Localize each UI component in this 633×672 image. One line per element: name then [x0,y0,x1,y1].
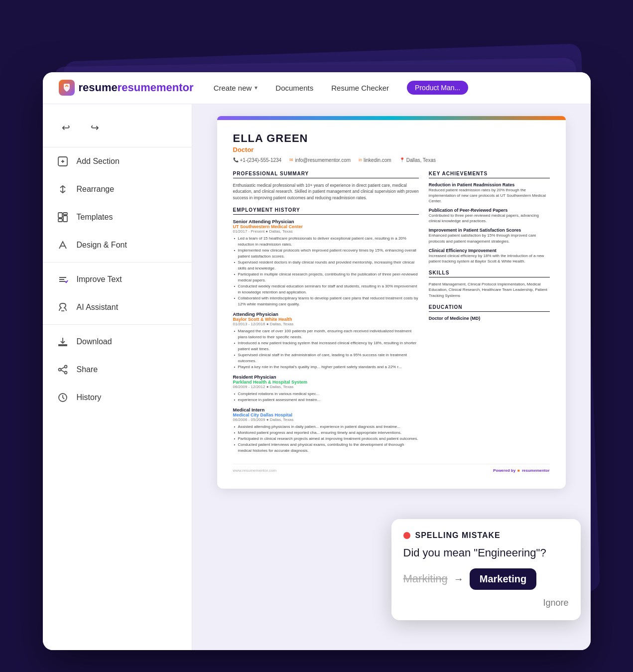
resume-achievement-3: Improvement in Patient Satisfaction Scor… [429,228,550,244]
sidebar-item-history[interactable]: History [43,384,192,411]
resume-job-1-company: UT Southwestern Medical Center [233,224,419,229]
sidebar-item-ai-assistant[interactable]: AI Assistant [43,293,192,321]
redo-button[interactable]: ↪ [86,118,105,137]
sidebar-divider-1 [43,262,192,263]
design-font-icon [57,239,69,251]
resume-job-1-bullet-3: Supervised resident doctors in daily cli… [233,260,419,271]
spelling-correction-row: Markiting → Marketing [403,568,569,590]
logo[interactable]: resumeresumementor [59,80,194,96]
add-section-label: Add Section [77,157,120,166]
resume-job-1-dates: 01/2017 - Present ● Dallas, Texas [233,229,419,234]
resume-job-4-bullet-2: Monitored patient progress and reported … [233,430,419,436]
spelling-popup-question: Did you mean "Engineering"? [403,546,569,560]
nav-documents[interactable]: Documents [275,84,313,92]
sidebar-item-add-section[interactable]: Add Section [43,147,192,175]
improve-text-icon [57,273,69,285]
resume-employment-title: EMPLOYMENT HISTORY [233,207,419,215]
sidebar-item-improve-text[interactable]: Improve Text [43,266,192,293]
location-icon: 📍 [399,157,405,162]
nav-create-new[interactable]: Create new ▾ [214,84,258,92]
resume-job-1: Senior Attending Physician UT Southweste… [233,219,419,307]
sidebar-item-share[interactable]: Share [43,356,192,384]
resume-job-1-bullet-5: Conducted weekly medical education semin… [233,283,419,295]
main-content: ↩ ↪ Add Section [43,104,591,650]
resume-body: PROFESSIONAL SUMMARY Enthusiastic medica… [233,171,550,454]
resume-right-column: KEY ACHIEVEMENTS Reduction in Patient Re… [429,171,550,454]
history-label: History [77,393,102,402]
resume-job-4-bullet-3: Participated in clinical research projec… [233,436,419,442]
spelling-wrong-word: Markiting [403,572,448,585]
resume-skills-title: SKILLS [429,270,550,277]
resume-achievement-4: Clinical Efficiency Improvement Increase… [429,248,550,264]
rearrange-label: Rearrange [77,185,115,194]
resume-job-3-company: Parkland Health & Hospital System [233,380,419,385]
sidebar-item-download[interactable]: Download [43,328,192,356]
sidebar-item-rearrange[interactable]: Rearrange [43,175,192,203]
history-icon [57,392,69,403]
spelling-accept-button[interactable]: Marketing [470,568,536,590]
resume-linkedin: in linkedin.com [359,157,391,163]
resume-footer-brand: Powered by ■ resumementor [493,468,549,473]
spelling-ignore-button[interactable]: Ignore [403,598,569,608]
svg-point-6 [58,368,61,371]
resume-job-3-dates: 06/2009 - 12/2012 ● Dallas, Texas [233,385,419,389]
resume-job-1-bullet-6: Collaborated with interdisciplinary team… [233,295,419,307]
resume-header: ELLA GREEN Doctor 📞 +1-(234)-555-1234 ✉ … [233,132,550,163]
ai-assistant-label: AI Assistant [77,303,119,312]
resume-summary-title: PROFESSIONAL SUMMARY [233,171,419,178]
nav-user[interactable]: Product Man... [407,81,468,95]
resume-job-3-bullet-2: experience in patient assessment and tre… [233,397,419,403]
svg-point-7 [64,371,67,374]
resume-footer-url: www.resumementor.com [233,468,277,473]
svg-rect-1 [58,213,62,218]
resume-job-4-bullet-4: Conducted patient interviews and physica… [233,442,419,454]
spelling-arrow-icon: → [454,573,464,585]
svg-rect-3 [63,216,67,222]
resume-email: ✉ info@resumementor.com [289,157,351,163]
undo-button[interactable]: ↩ [57,118,76,137]
linkedin-icon: in [359,157,362,162]
navbar: resumeresumementor Create new ▾ Document… [43,72,591,104]
resume-achievement-1: Reduction in Patient Readmission Rates R… [429,182,550,204]
resume-left-column: PROFESSIONAL SUMMARY Enthusiastic medica… [233,171,419,454]
resume-achievement-2: Publication of Peer-Reviewed Papers Cont… [429,208,550,224]
improve-text-label: Improve Text [77,275,122,284]
email-icon: ✉ [289,157,293,162]
resume-job-4-dates: 06/2006 - 05/2009 ● Dallas, Texas [233,417,419,422]
share-icon [57,364,69,376]
logo-icon [59,80,75,96]
sidebar-divider-2 [43,324,192,325]
spelling-popup: SPELLING MISTAKE Did you mean "Engineeri… [391,519,581,620]
resume-footer: www.resumementor.com Powered by ■ resume… [233,464,550,473]
resume-skills-text: Patient Management, Clinical Protocol Im… [429,281,550,298]
rearrange-icon [57,183,69,195]
resume-job-2-bullet-1: Managed the care of over 100 patients pe… [233,328,419,340]
resume-job-3: Resident Physician Parkland Health & Hos… [233,374,419,403]
resume-job-4: Medical Intern Medical City Dallas Hospi… [233,407,419,454]
svg-point-5 [64,365,67,368]
resume-job-2: Attending Physician Baylor Scott & White… [233,311,419,370]
design-font-label: Design & Font [77,241,127,250]
resume-name: ELLA GREEN [233,132,550,145]
resume-location: 📍 Dallas, Texas [399,157,436,163]
nav-resume-checker[interactable]: Resume Checker [331,84,389,92]
resume-card: ELLA GREEN Doctor 📞 +1-(234)-555-1234 ✉ … [217,116,566,489]
templates-icon [57,211,69,223]
nav-links: Create new ▾ Documents Resume Checker Pr… [214,81,575,95]
logo-text: resumeresumementor [79,81,194,94]
spelling-error-dot [403,532,410,539]
sidebar-item-design-font[interactable]: Design & Font [43,231,192,259]
sidebar-item-templates[interactable]: Templates [43,203,192,231]
resume-job-1-bullet-4: Participated in multiple clinical resear… [233,271,419,283]
sidebar: ↩ ↪ Add Section [43,104,192,650]
templates-label: Templates [77,213,113,222]
resume-achievements-title: KEY ACHIEVEMENTS [429,171,550,178]
share-label: Share [77,365,98,374]
resume-education-title: EDUCATION [429,304,550,312]
undo-redo-bar: ↩ ↪ [43,114,192,147]
resume-contact: 📞 +1-(234)-555-1234 ✉ info@resumementor.… [233,157,550,163]
resume-accent-bar [217,116,566,120]
resume-job-4-title: Medical Intern [233,407,419,412]
ai-assistant-icon [57,301,69,313]
resume-job-2-dates: 01/2013 - 12/2016 ● Dallas, Texas [233,322,419,326]
